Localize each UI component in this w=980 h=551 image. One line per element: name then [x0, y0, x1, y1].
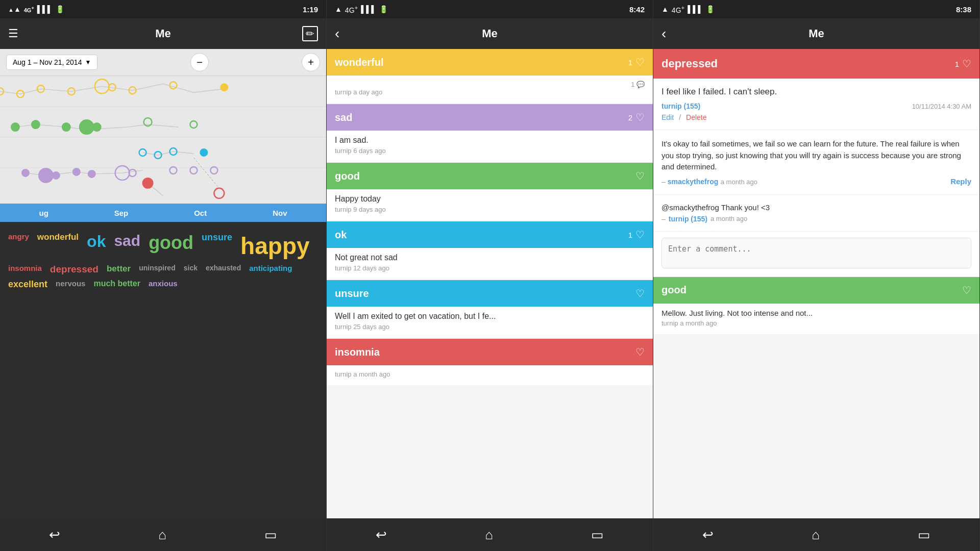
- mood-body-unsure: Well I am exited to get on vacation, but…: [327, 307, 653, 338]
- word-excellent[interactable]: excellent: [8, 279, 47, 290]
- mood-body-sad: I am sad. turnip 6 days ago: [327, 131, 653, 162]
- svg-point-35: [214, 188, 224, 198]
- word-unsure[interactable]: unsure: [202, 232, 232, 260]
- date-range-button[interactable]: Aug 1 – Nov 21, 2014 ▼: [6, 55, 97, 70]
- word-depressed[interactable]: depressed: [50, 264, 99, 275]
- detail-heart-icon[interactable]: ♡: [962, 58, 971, 70]
- heart-icon-insomnia[interactable]: ♡: [635, 346, 645, 358]
- month-sep: Sep: [114, 209, 129, 217]
- back-icon-3[interactable]: ‹: [662, 26, 666, 42]
- mood-text-good: Happy today: [335, 194, 645, 204]
- word-angry[interactable]: angry: [8, 232, 29, 260]
- heart-icon-good[interactable]: ♡: [635, 170, 645, 182]
- nav-left-2[interactable]: ‹: [335, 26, 339, 42]
- list-item[interactable]: good ♡ Happy today turnip 9 days ago: [327, 163, 653, 220]
- date-bar: Aug 1 – Nov 21, 2014 ▼ − +: [0, 49, 326, 76]
- comment-dash-1: –: [662, 178, 668, 186]
- panel-3: ▲ 4G+ ▌▌▌ 🔋 8:38 ‹ Me depressed 1 ♡ I fe…: [653, 0, 980, 551]
- home-nav-icon-2[interactable]: ⌂: [485, 527, 493, 543]
- edit-link[interactable]: Edit: [662, 113, 674, 121]
- back-icon-2[interactable]: ‹: [335, 26, 339, 42]
- mood-header-ok[interactable]: ok 1 ♡: [327, 221, 653, 248]
- word-anticipating[interactable]: anticipating: [249, 264, 292, 275]
- mood-header-good[interactable]: good ♡: [327, 163, 653, 189]
- heart-icon-unsure[interactable]: ♡: [635, 287, 645, 299]
- back-nav-icon-2[interactable]: ↩: [376, 527, 387, 543]
- word-insomnia[interactable]: insomnia: [8, 264, 42, 275]
- word-sad[interactable]: sad: [114, 232, 140, 260]
- detail-like-count: 1: [955, 60, 959, 68]
- mood-meta-insomnia: turnip a month ago: [335, 370, 645, 378]
- svg-point-25: [53, 172, 60, 179]
- detail-content: depressed 1 ♡ I feel like I failed. I ca…: [653, 49, 979, 518]
- detail-mood-like: 1 ♡: [955, 58, 971, 70]
- recents-nav-icon[interactable]: ▭: [264, 527, 277, 543]
- nav-right-1[interactable]: ✏: [302, 28, 318, 40]
- word-much-better[interactable]: much better: [93, 279, 140, 290]
- detail-mood-label: depressed: [662, 57, 718, 70]
- svg-point-18: [190, 121, 197, 128]
- svg-point-12: [11, 123, 19, 131]
- word-sick[interactable]: sick: [184, 264, 198, 275]
- list-item[interactable]: wonderful 1 ♡ 1 💬 turnip a day ago: [327, 49, 653, 103]
- nav-left-1[interactable]: ☰: [8, 27, 18, 40]
- back-nav-icon-3[interactable]: ↩: [702, 527, 714, 543]
- svg-point-13: [32, 120, 40, 129]
- mood-header-insomnia[interactable]: insomnia ♡: [327, 339, 653, 365]
- comment-input[interactable]: [662, 238, 971, 268]
- month-labels: ug Sep Oct Nov: [6, 209, 320, 217]
- nav-left-3[interactable]: ‹: [662, 26, 666, 42]
- recents-nav-icon-2[interactable]: ▭: [591, 527, 604, 543]
- comment-count-wonderful: 1 💬: [631, 81, 645, 88]
- word-good[interactable]: good: [149, 232, 193, 260]
- mood-like-insomnia: ♡: [635, 346, 645, 358]
- mood-meta-ok: turnip 12 days ago: [335, 264, 645, 272]
- edit-icon[interactable]: ✏: [302, 26, 318, 41]
- word-wonderful[interactable]: wonderful: [37, 232, 79, 260]
- home-nav-icon[interactable]: ⌂: [158, 527, 166, 543]
- nav-bar-1: ☰ Me ✏: [0, 18, 326, 49]
- chart-area: [0, 76, 326, 204]
- word-nervous[interactable]: nervous: [56, 279, 85, 290]
- home-nav-icon-3[interactable]: ⌂: [812, 527, 820, 543]
- word-anxious[interactable]: anxious: [149, 279, 178, 290]
- heart-icon-sad[interactable]: ♡: [635, 111, 645, 123]
- list-item[interactable]: ok 1 ♡ Not great not sad turnip 12 days …: [327, 221, 653, 279]
- back-nav-icon[interactable]: ↩: [49, 527, 60, 543]
- mood-label-insomnia: insomnia: [335, 346, 380, 358]
- word-better[interactable]: better: [107, 264, 131, 275]
- reply-button[interactable]: Reply: [950, 177, 971, 186]
- heart-icon-wonderful[interactable]: ♡: [635, 56, 645, 68]
- list-item[interactable]: sad 2 ♡ I am sad. turnip 6 days ago: [327, 104, 653, 162]
- word-happy[interactable]: happy: [240, 232, 309, 260]
- bottom-mood-card[interactable]: good ♡ Mellow. Just living. Not too inte…: [653, 277, 979, 334]
- word-exhausted[interactable]: exhausted: [206, 264, 241, 275]
- comment-1-text: It's okay to fail sometimes, we fail so …: [662, 138, 971, 173]
- bottom-mood-header[interactable]: good ♡: [653, 277, 979, 304]
- reply-time: a month ago: [710, 215, 747, 222]
- delete-link[interactable]: Delete: [686, 113, 706, 121]
- list-item[interactable]: unsure ♡ Well I am exited to get on vaca…: [327, 280, 653, 338]
- comment-1-author[interactable]: smackythefrog: [668, 178, 719, 186]
- hamburger-icon[interactable]: ☰: [8, 27, 18, 40]
- zoom-in-button[interactable]: +: [302, 53, 320, 71]
- comment-input-section[interactable]: [653, 232, 979, 277]
- mood-like-sad: 2 ♡: [628, 111, 645, 123]
- bottom-nav-2: ↩ ⌂ ▭: [327, 518, 653, 551]
- reply-author[interactable]: turnip (155): [669, 215, 707, 223]
- detail-entry-meta: turnip (155) 10/11/2014 4:30 AM: [662, 102, 971, 110]
- mood-header-sad[interactable]: sad 2 ♡: [327, 104, 653, 131]
- zoom-out-button[interactable]: −: [190, 53, 209, 71]
- word-uninspired[interactable]: uninspired: [139, 264, 176, 275]
- mood-header-wonderful[interactable]: wonderful 1 ♡: [327, 49, 653, 76]
- detail-author[interactable]: turnip (155): [662, 102, 700, 110]
- wifi-icon-2: ▲: [335, 5, 342, 13]
- recents-nav-icon-3[interactable]: ▭: [918, 527, 930, 543]
- bottom-mood-heart[interactable]: ♡: [962, 284, 971, 296]
- list-item[interactable]: insomnia ♡ turnip a month ago: [327, 339, 653, 385]
- mood-header-unsure[interactable]: unsure ♡: [327, 280, 653, 307]
- heart-icon-ok[interactable]: ♡: [635, 229, 645, 241]
- date-range-text: Aug 1 – Nov 21, 2014: [13, 58, 82, 66]
- battery-icon-3: 🔋: [706, 5, 715, 13]
- word-ok[interactable]: ok: [87, 232, 106, 260]
